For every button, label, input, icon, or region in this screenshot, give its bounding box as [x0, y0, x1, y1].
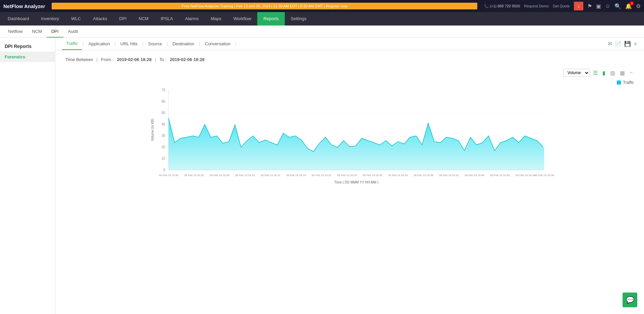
svg-text:06 Feb 19 16:10: 06 Feb 19 16:10 [235, 174, 255, 177]
svg-text:06 Feb 19 16:46: 06 Feb 19 16:46 [465, 174, 484, 177]
time-sep1: | [97, 57, 98, 62]
bar-chart-icon[interactable]: ▮ [601, 69, 607, 77]
nav-dashboard[interactable]: Dashboard [2, 12, 35, 25]
chart-area: Time Between | From : 2019-02-06 18:28 |… [55, 50, 644, 195]
subnav-audit[interactable]: Audit [63, 25, 83, 38]
monitor-icon[interactable]: ▣ [596, 3, 601, 9]
request-demo-link[interactable]: Request Demo [524, 4, 549, 8]
traffic-chart: 0 10 20 30 40 50 60 70 Volume (in KB) [65, 86, 634, 187]
chart-wrapper: 0 10 20 30 40 50 60 70 Volume (in KB) [65, 86, 634, 188]
area-chart-icon[interactable]: ▨ [609, 69, 616, 77]
line-chart-icon[interactable]: ~ [628, 69, 634, 76]
promo-banner[interactable]: Free NetFlow Analyzer Training | Feb 13 … [52, 3, 477, 9]
sep6: | [234, 41, 237, 46]
nav-maps[interactable]: Maps [205, 12, 227, 25]
time-between-label: Time Between [65, 57, 93, 62]
tab-actions: ✉ 📄 💾 × [608, 40, 637, 47]
tab-application[interactable]: Application [85, 38, 114, 50]
main-layout: DPI Reports Forensics Traffic | Applicat… [0, 38, 644, 314]
sep2: | [114, 41, 116, 46]
nav-inventory[interactable]: Inventory [35, 12, 65, 25]
svg-text:06 Feb 19 16:26: 06 Feb 19 16:26 [337, 174, 357, 177]
nav-wlc[interactable]: WLC [65, 12, 87, 25]
svg-text:30: 30 [161, 134, 165, 138]
top-bar: NetFlow Analyzer Free NetFlow Analyzer T… [0, 0, 644, 12]
to-label: To : [159, 57, 166, 62]
legend-color-box [617, 81, 621, 85]
tab-traffic[interactable]: Traffic [62, 38, 82, 50]
svg-text:06 Feb 19 16:50: 06 Feb 19 16:50 [490, 174, 510, 177]
chart-legend: Traffic [65, 80, 634, 85]
tab-url-hits[interactable]: URL Hits [116, 38, 142, 50]
settings-icon[interactable]: ⚙ [636, 3, 641, 9]
subnav-netflow[interactable]: Netflow [3, 25, 27, 38]
chart-controls: Volume ☰ ▮ ▨ ▩ ~ [65, 69, 634, 77]
svg-text:40: 40 [161, 122, 165, 126]
svg-text:06 Feb 19 16:34: 06 Feb 19 16:34 [388, 174, 408, 177]
time-sep2: | [155, 57, 156, 62]
legend-label: Traffic [623, 80, 634, 85]
get-quote-link[interactable]: Get Quote [553, 4, 570, 8]
csv-action-icon[interactable]: 💾 [624, 40, 631, 47]
search-icon[interactable]: 🔍 [614, 3, 621, 9]
tab-destination[interactable]: Destination [168, 38, 198, 50]
nav-bar: Dashboard Inventory WLC Attacks DPI NCM … [0, 12, 644, 25]
nav-ncm[interactable]: NCM [132, 12, 155, 25]
sidebar: DPI Reports Forensics [0, 38, 55, 314]
email-action-icon[interactable]: ✉ [608, 40, 612, 47]
svg-text:06 Feb 19 16:54: 06 Feb 19 16:54 [516, 174, 535, 177]
chat-button[interactable]: 💬 [623, 293, 637, 307]
svg-text:60: 60 [161, 100, 165, 103]
table-view-icon[interactable]: ☰ [592, 69, 599, 77]
sep4: | [166, 41, 168, 46]
pdf-action-icon[interactable]: 📄 [615, 40, 622, 47]
svg-text:06 Feb 19 16:02: 06 Feb 19 16:02 [184, 174, 204, 177]
svg-text:10: 10 [161, 157, 165, 160]
subnav-ncm[interactable]: NCM [27, 25, 47, 38]
svg-text:06 Feb 19 16:06: 06 Feb 19 16:06 [210, 174, 229, 177]
top-bar-right: 📞 (+1) 888 720 9500 Request Demo Get Quo… [484, 2, 641, 10]
user-icon[interactable]: ☺ [605, 3, 610, 9]
nav-settings[interactable]: Settings [285, 12, 313, 25]
svg-text:06 Feb 19 16:18: 06 Feb 19 16:18 [286, 174, 306, 177]
sidebar-item-forensics[interactable]: Forensics [0, 52, 55, 62]
svg-text:70: 70 [161, 88, 165, 92]
nav-dpi[interactable]: DPI [113, 12, 133, 25]
close-action-icon[interactable]: × [634, 40, 637, 47]
nav-reports[interactable]: Reports [257, 12, 285, 25]
sep5: | [198, 41, 201, 46]
flag-icon[interactable]: ⚑ [587, 3, 592, 9]
nav-ipsla[interactable]: IPSLA [155, 12, 179, 25]
subnav-dpi[interactable]: DPI [47, 25, 63, 38]
notifications-icon[interactable]: 🔔 3 [625, 3, 632, 9]
notification-badge: 3 [630, 1, 634, 5]
from-value: 2019-02-06 18:28 [117, 57, 152, 62]
tab-source[interactable]: Source [144, 38, 166, 50]
volume-select[interactable]: Volume [563, 69, 590, 77]
main-content: Traffic | Application | URL Hits | Sourc… [55, 38, 644, 314]
to-value: 2019-02-06 19:28 [170, 57, 204, 62]
logo-analyzer: Analyzer [23, 3, 45, 9]
svg-text:06 Feb 19 16:42: 06 Feb 19 16:42 [439, 174, 459, 177]
from-label: From : [101, 57, 114, 62]
sep3: | [142, 41, 144, 46]
svg-text:06 Feb 19 16:14: 06 Feb 19 16:14 [261, 174, 280, 177]
svg-text:06 Feb 19 15:58: 06 Feb 19 15:58 [159, 174, 178, 177]
time-range: Time Between | From : 2019-02-06 18:28 |… [65, 57, 634, 62]
svg-marker-18 [169, 118, 544, 170]
tab-conversation[interactable]: Conversation [201, 38, 235, 50]
svg-text:06 Feb 19 16:58: 06 Feb 19 16:58 [534, 174, 554, 177]
sep1: | [82, 41, 84, 46]
svg-text:0: 0 [163, 168, 165, 172]
svg-text:06 Feb 19 16:38: 06 Feb 19 16:38 [414, 174, 433, 177]
svg-text:06 Feb 19 16:30: 06 Feb 19 16:30 [363, 174, 382, 177]
sub-nav: Netflow NCM DPI Audit [0, 25, 644, 38]
nav-attacks[interactable]: Attacks [87, 12, 113, 25]
nav-workflow[interactable]: Workflow [227, 12, 257, 25]
svg-text:50: 50 [161, 111, 165, 115]
nav-alarms[interactable]: Alarms [179, 12, 205, 25]
stacked-icon[interactable]: ▩ [619, 69, 626, 77]
svg-text:Time ( DD MMM YY HH:MM ): Time ( DD MMM YY HH:MM ) [334, 180, 378, 184]
logo-netflow: NetFlow [3, 3, 23, 9]
download-button[interactable]: ↓ [574, 2, 583, 10]
